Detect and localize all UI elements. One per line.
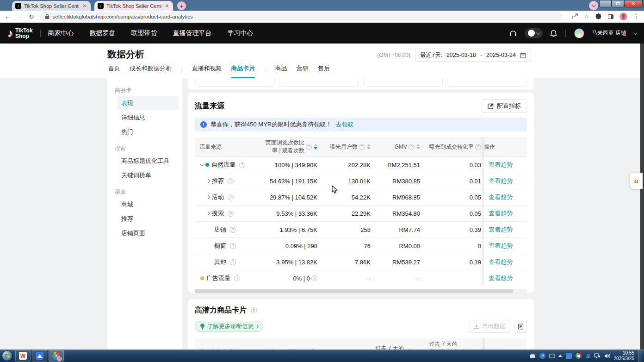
sidebar-item-trending[interactable]: 热门 [118, 125, 179, 139]
sidebar-item-details[interactable]: 详细信息 [118, 111, 179, 125]
start-button[interactable] [2, 350, 12, 361]
minimize-button[interactable]: – [599, 0, 612, 7]
tab-live-video[interactable]: 直播和视频 [192, 64, 222, 78]
notification-bell-icon[interactable] [550, 30, 557, 37]
help-icon[interactable] [311, 275, 317, 281]
tab-close-icon[interactable]: ✕ [164, 3, 170, 8]
help-icon[interactable] [251, 307, 257, 313]
view-trend-link[interactable]: 查看趋势 [489, 274, 513, 282]
help-icon[interactable] [228, 194, 234, 200]
maximize-button[interactable] [612, 0, 624, 7]
tab-search-button[interactable] [589, 1, 598, 10]
collapse-icon[interactable] [200, 162, 204, 166]
view-trend-link[interactable]: 查看趋势 [489, 177, 513, 185]
view-trend-link[interactable]: 查看趋势 [489, 225, 513, 234]
profile-avatar[interactable] [619, 12, 627, 20]
menu-kebab-icon[interactable]: ⋮ [633, 13, 639, 20]
taskbar-app-button[interactable] [32, 350, 47, 362]
sidebar-item-performance[interactable]: 表现 [118, 96, 179, 110]
address-bar[interactable]: seller.tiktokglobalshop.com/compass/prod… [40, 12, 563, 21]
shop-name[interactable]: 马来西亚 店铺 [592, 29, 626, 37]
horizontal-scrollbar[interactable] [195, 289, 527, 293]
tab-growth-analytics[interactable]: 成长和数据分析 [130, 64, 172, 78]
extensions-puzzle-icon[interactable] [595, 13, 602, 20]
sort-icon[interactable] [416, 144, 420, 150]
promo-float-widget[interactable]: a [630, 173, 643, 189]
tray-thunder-icon[interactable]: ≋ [585, 353, 590, 359]
configure-metrics-button[interactable]: 配置指标 [482, 99, 527, 113]
tray-expand-icon[interactable] [558, 355, 562, 357]
table-row-campaign[interactable]: 活动 29.87% | 104.52K 54.22K RM968.85 0.05… [195, 189, 527, 205]
help-icon[interactable] [409, 144, 415, 150]
expand-icon[interactable] [206, 195, 210, 199]
tray-toolbar-icon[interactable] [529, 353, 536, 358]
show-desktop-button[interactable] [638, 350, 642, 362]
table-row-recommend[interactable]: 推荐 54.63% | 191.15K 130.01K RM380.85 0.0… [195, 173, 527, 189]
nav-item-learning-center[interactable]: 学习中心 [228, 29, 254, 37]
sort-icon[interactable] [314, 144, 317, 150]
share-icon[interactable] [572, 13, 578, 19]
learn-more-pill[interactable]: 了解更多诊断信息 [195, 321, 263, 332]
taskbar-chrome-button[interactable] [49, 350, 64, 362]
tab-after-sale[interactable]: 售后 [318, 64, 330, 78]
bookmark-star-icon[interactable]: ☆ [584, 13, 589, 20]
tray-app-blue-icon[interactable] [566, 353, 572, 359]
table-row-search[interactable]: 搜索 9.53% | 33.36K 22.29K RM354.80 0.05 查… [195, 205, 527, 221]
help-icon[interactable] [230, 227, 236, 233]
sidebar-item-recommend[interactable]: 推荐 [118, 212, 179, 226]
help-icon[interactable] [306, 144, 312, 150]
help-icon[interactable] [228, 211, 234, 217]
scrollbar-thumb[interactable] [195, 289, 514, 293]
new-tab-button[interactable]: + [177, 1, 186, 10]
sidebar-item-mall[interactable]: 商城 [118, 198, 179, 212]
sort-icon[interactable] [367, 144, 371, 150]
view-trend-link[interactable]: 查看趋势 [489, 193, 513, 201]
forward-button[interactable]: → [17, 13, 23, 20]
table-row-shop[interactable]: 店铺 1.93% | 6.75K 258 RM7.74 0.39 查看趋势 [195, 221, 527, 237]
view-trend-link[interactable]: 查看趋势 [489, 209, 513, 218]
tab-home[interactable]: 首页 [108, 64, 120, 78]
message-center[interactable]: ⋯ [525, 28, 543, 38]
nav-item-seller-center[interactable]: 商家中心 [48, 29, 74, 37]
nav-item-data-compass[interactable]: 数据罗盘 [90, 29, 116, 37]
table-row-other[interactable]: 其他 3.95% | 13.82K 7.86K RM539.27 0.19 查看… [195, 254, 527, 270]
page-scrollbar[interactable] [640, 44, 644, 350]
browser-tab-2[interactable]: ♪ TikTok Shop Seller Center | Cr ✕ [94, 1, 173, 11]
reload-button[interactable]: ↻ [29, 13, 34, 20]
sidebar-item-title-optimizer[interactable]: 商品标题优化工具 [118, 154, 179, 168]
help-icon[interactable] [230, 259, 236, 265]
expand-icon[interactable] [206, 179, 210, 183]
tray-help-icon[interactable]: ? [539, 353, 545, 359]
taskbar-wps-button[interactable]: W [15, 350, 31, 362]
expand-icon[interactable] [206, 212, 210, 215]
help-icon[interactable] [239, 162, 245, 168]
tab-product[interactable]: 商品 [275, 64, 287, 78]
tab-product-card[interactable]: 商品卡片 [231, 64, 255, 78]
view-trend-link[interactable]: 查看趋势 [489, 242, 513, 250]
view-trend-link[interactable]: 查看趋势 [489, 258, 513, 266]
tiktok-shop-logo[interactable]: ♪ TikTok Shop [7, 27, 33, 40]
tray-window-icon[interactable] [549, 354, 555, 358]
network-icon[interactable] [594, 353, 601, 359]
view-trend-link[interactable]: 查看趋势 [489, 161, 513, 169]
speaker-icon[interactable] [604, 353, 610, 359]
sidebar-item-keyword-ranking[interactable]: 关键词榜单 [118, 169, 179, 182]
back-button[interactable]: ← [5, 13, 11, 20]
tab-close-icon[interactable]: ✕ [82, 3, 87, 8]
table-settings-button[interactable] [514, 320, 527, 333]
nav-item-affiliate[interactable]: 联盟带货 [131, 29, 157, 37]
tray-chrome-icon[interactable] [576, 353, 582, 359]
sidebar-item-shop-page[interactable]: 店铺页面 [118, 226, 179, 240]
help-icon[interactable] [234, 275, 240, 281]
close-button[interactable]: ✕ [624, 0, 643, 7]
export-data-button[interactable]: 导出数据 [469, 320, 510, 333]
shop-avatar[interactable] [574, 28, 584, 38]
nav-item-live-platform[interactable]: 直播管理平台 [173, 29, 212, 37]
headset-icon[interactable] [509, 30, 517, 37]
taskbar-clock[interactable]: 10:55 2025/3/25 [614, 350, 635, 361]
help-icon[interactable] [359, 144, 365, 150]
table-row-ads[interactable]: 广告流量 0% | 0 -- -- 查看趋势 [195, 270, 527, 286]
claim-link[interactable]: 去领取 [335, 120, 353, 129]
tab-marketing[interactable]: 营销 [297, 64, 309, 78]
help-icon[interactable] [230, 243, 236, 249]
